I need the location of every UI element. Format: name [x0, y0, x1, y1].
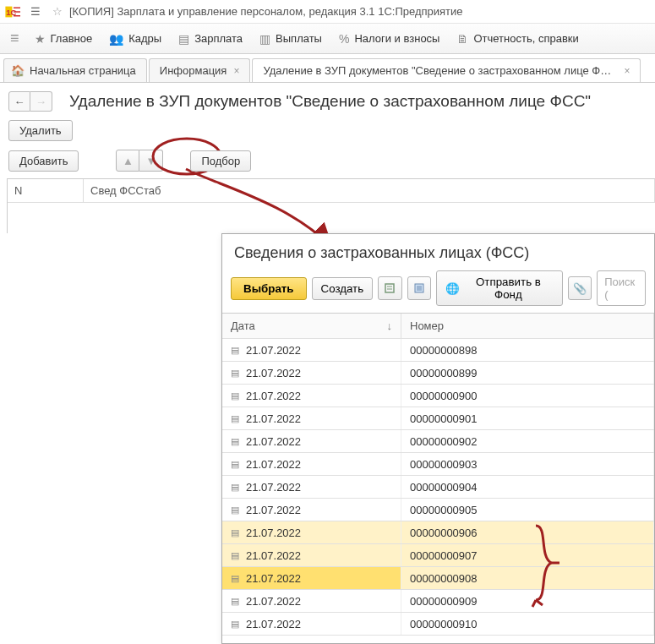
tabstrip: 🏠 Начальная страница Информация × Удален… [0, 54, 655, 83]
cell-number: 00000000902 [401, 430, 654, 452]
document-icon: ▤ [231, 527, 239, 538]
tab-info[interactable]: Информация × [149, 58, 251, 82]
add-button[interactable]: Добавить [8, 150, 79, 172]
sections-menu-icon[interactable]: ≡ [3, 30, 26, 47]
cell-date: ▤21.07.2022 [222, 453, 401, 475]
selection-button[interactable]: Подбор [190, 150, 251, 172]
back-button[interactable]: ← [8, 91, 30, 112]
cell-date: ▤21.07.2022 [222, 362, 401, 384]
people-icon: 👥 [109, 32, 123, 46]
nav-taxes[interactable]: % Налоги и взносы [330, 24, 449, 53]
document-icon: ▤ [231, 459, 239, 470]
move-down-button[interactable]: ▼ [139, 150, 163, 172]
app-title: [КОПИЯ] Зарплата и управление персоналом… [69, 5, 463, 18]
cell-date: ▤21.07.2022 [222, 385, 401, 407]
list-mode-button[interactable] [407, 276, 432, 300]
tab-label: Удаление в ЗУП документов "Сведение о за… [263, 64, 617, 77]
nav-payments[interactable]: ▥ Выплаты [251, 24, 330, 53]
titlebar: 1С ☰ ☆ [КОПИЯ] Зарплата и управление пер… [0, 0, 655, 24]
cell-date: ▤21.07.2022 [222, 613, 401, 635]
cell-number: 00000000908 [401, 567, 654, 589]
table-row[interactable]: ▤21.07.202200000000908 [222, 567, 654, 590]
page-title: Удаление в ЗУП документов "Сведение о за… [69, 92, 591, 111]
col-date[interactable]: Дата ↓ [222, 314, 401, 338]
table-row[interactable]: ▤21.07.202200000000909 [222, 590, 654, 613]
send-to-fund-button[interactable]: 🌐 Отправить в Фонд [436, 270, 562, 306]
table-row[interactable]: ▤21.07.202200000000904 [222, 476, 654, 499]
doc-icon: 🗎 [456, 32, 468, 46]
menu-icon[interactable]: ☰ [30, 5, 41, 18]
col-number[interactable]: Номер [401, 314, 654, 338]
document-icon: ▤ [231, 596, 239, 607]
modal-toolbar: Выбрать Создать 🌐 Отправить в Фонд 📎 Пои… [222, 270, 654, 313]
cell-number: 00000000906 [401, 521, 654, 543]
document-icon: ▤ [231, 368, 239, 379]
cell-date: ▤21.07.2022 [222, 499, 401, 521]
table-row[interactable]: ▤21.07.202200000000901 [222, 407, 654, 430]
cell-number: 00000000905 [401, 499, 654, 521]
cell-date: ▤21.07.2022 [222, 476, 401, 498]
select-button[interactable]: Выбрать [231, 277, 307, 300]
tab-label: Информация [160, 64, 227, 77]
document-icon: ▤ [231, 436, 239, 447]
attach-button[interactable]: 📎 [568, 276, 592, 300]
cell-number: 00000000900 [401, 385, 654, 407]
sort-asc-icon: ↓ [387, 319, 393, 332]
cell-number: 00000000907 [401, 544, 654, 566]
table-row[interactable]: ▤21.07.202200000000910 [222, 613, 654, 636]
table-row[interactable]: ▤21.07.202200000000899 [222, 362, 654, 385]
money-icon: ▤ [178, 32, 189, 46]
create-button[interactable]: Создать [312, 277, 374, 300]
tab-home[interactable]: 🏠 Начальная страница [3, 58, 147, 82]
tab-label: Начальная страница [30, 64, 136, 77]
nav-main[interactable]: ★ Главное [26, 24, 101, 53]
favorite-icon[interactable]: ☆ [52, 5, 63, 18]
nav-label: Кадры [128, 32, 161, 45]
cell-number: 00000000901 [401, 407, 654, 429]
col-n[interactable]: N [8, 179, 84, 202]
search-input[interactable]: Поиск ( [597, 270, 646, 306]
table-row[interactable]: ▤21.07.202200000000898 [222, 339, 654, 362]
nav-personnel[interactable]: 👥 Кадры [101, 24, 170, 53]
table-row[interactable]: ▤21.07.202200000000903 [222, 453, 654, 476]
document-icon: ▤ [231, 390, 239, 401]
tab-delete-docs[interactable]: Удаление в ЗУП документов "Сведение о за… [252, 58, 641, 82]
nav-back-forward: ← → [8, 91, 52, 112]
document-icon: ▤ [231, 482, 239, 493]
table-row[interactable]: ▤21.07.202200000000907 [222, 544, 654, 567]
nav-label: Налоги и взносы [354, 32, 439, 45]
outer-table: N Свед ФССтаб [7, 178, 655, 233]
table-row[interactable]: ▤21.07.202200000000900 [222, 385, 654, 407]
document-icon: ▤ [231, 505, 239, 516]
document-icon: ▤ [231, 619, 239, 630]
logo-1c: 1С [5, 5, 22, 19]
find-by-number-button[interactable] [378, 276, 402, 300]
close-icon[interactable]: × [233, 65, 239, 77]
cell-date: ▤21.07.2022 [222, 339, 401, 361]
home-icon: 🏠 [11, 64, 25, 77]
nav-salary[interactable]: ▤ Зарплата [170, 24, 251, 53]
close-icon[interactable]: × [624, 65, 630, 77]
cell-number: 00000000909 [401, 590, 654, 612]
cell-date: ▤21.07.2022 [222, 430, 401, 452]
delete-button[interactable]: Удалить [8, 120, 73, 141]
grid-body: ▤21.07.202200000000898▤21.07.20220000000… [222, 339, 654, 636]
document-icon: ▤ [231, 413, 239, 424]
nav-reports[interactable]: 🗎 Отчетность, справки [448, 24, 587, 53]
table-row[interactable]: ▤21.07.202200000000905 [222, 499, 654, 521]
send-label: Отправить в Фонд [463, 276, 553, 301]
table-row[interactable]: ▤21.07.202200000000906 [222, 521, 654, 544]
modal-grid: Дата ↓ Номер ▤21.07.202200000000898▤21.0… [222, 313, 654, 643]
percent-icon: % [339, 32, 349, 46]
col-svedfss[interactable]: Свед ФССтаб [84, 179, 655, 202]
table-row[interactable]: ▤21.07.202200000000902 [222, 430, 654, 453]
nav-label: Зарплата [194, 32, 243, 45]
move-up-down: ▲ ▼ [116, 150, 163, 172]
cell-number: 00000000903 [401, 453, 654, 475]
cell-date: ▤21.07.2022 [222, 567, 401, 589]
forward-button[interactable]: → [30, 91, 52, 112]
nav-label: Главное [51, 32, 93, 45]
move-up-button[interactable]: ▲ [116, 150, 139, 172]
modal-title: Сведения о застрахованных лицах (ФСС) [222, 234, 654, 270]
cell-date: ▤21.07.2022 [222, 590, 401, 612]
